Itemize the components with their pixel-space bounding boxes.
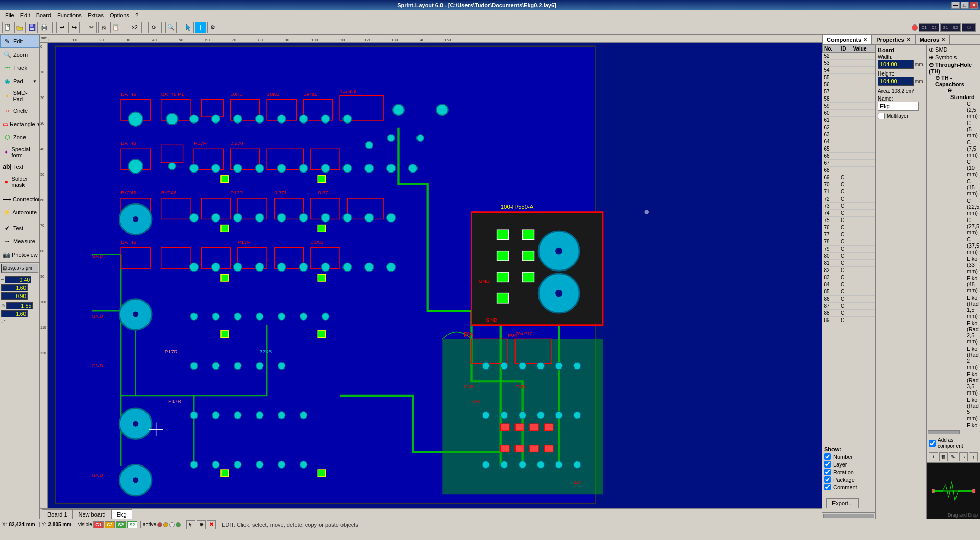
table-row[interactable]: 81C — [823, 260, 875, 267]
macro-through-hole-label[interactable]: ⊖ Through-Hole (TH) — [929, 62, 978, 75]
add-as-component-check[interactable] — [929, 440, 936, 447]
track-width-2[interactable] — [1, 284, 28, 291]
open-button[interactable] — [14, 22, 26, 33]
layer-c1-btn[interactable]: C1 — [93, 521, 104, 528]
macro-smd[interactable]: ⊕ SMD — [928, 46, 979, 54]
layer-s2-outline-btn[interactable]: S2 — [127, 521, 137, 528]
menu-edit[interactable]: Edit — [17, 11, 33, 19]
tab-macros[interactable]: Macros ✕ — [915, 35, 950, 44]
maximize-button[interactable]: □ — [961, 2, 969, 9]
table-row[interactable]: 65 — [823, 145, 875, 153]
tab-components[interactable]: Components ✕ — [822, 35, 872, 44]
tool-photoview[interactable]: 📷 Photoview — [0, 248, 39, 261]
copy-button[interactable]: ⎘ — [98, 22, 109, 33]
cursor-tool[interactable] — [183, 22, 194, 33]
export-button[interactable]: Export... — [826, 498, 859, 508]
macro-c-2-5[interactable]: C (2,5 mm) — [966, 100, 978, 119]
macro-c-10[interactable]: C (10 mm) — [966, 158, 978, 178]
track-width-3[interactable] — [1, 292, 28, 300]
table-row[interactable]: 66 — [823, 153, 875, 160]
table-row[interactable]: 71C — [823, 188, 875, 195]
table-row[interactable]: 63 — [823, 131, 875, 138]
tab-properties[interactable]: Properties ✕ — [872, 35, 915, 44]
macro-add-btn[interactable]: + — [929, 452, 938, 461]
macro-elko-rad-7-5[interactable]: Elko (Rad 7,5 mm) — [966, 422, 978, 429]
paste-button[interactable]: 📋 — [110, 22, 121, 33]
macro-elko-33[interactable]: Elko (33 mm) — [966, 255, 978, 275]
cut-button[interactable]: ✂ — [86, 22, 97, 33]
table-row[interactable]: 73C — [823, 203, 875, 210]
refresh-button[interactable]: ⟳ — [148, 22, 159, 33]
active-circle-1[interactable] — [157, 522, 162, 527]
table-row[interactable]: 72C — [823, 195, 875, 203]
macros-tab-close[interactable]: ✕ — [941, 37, 945, 42]
undo-button[interactable]: ↩ — [56, 22, 67, 33]
macro-elko-48[interactable]: Elko (48 mm) — [966, 275, 978, 294]
macro-elko-rad-2-5[interactable]: Elko (Rad 2,5 mm) — [966, 320, 978, 345]
tool-edit[interactable]: ✎ Edit — [0, 35, 39, 48]
horiz-scrollbar[interactable] — [822, 512, 875, 519]
pcb-canvas[interactable]: BAT46 BAT46 P1 10KB 10KB 1e4a6 14e4k6 BA… — [48, 43, 822, 508]
tool-autoroute[interactable]: ⚡ Autoroute — [0, 206, 39, 219]
table-row[interactable]: 75C — [823, 217, 875, 224]
components-table-scroll[interactable]: No. ID Value 525354555657585960616263646… — [822, 45, 875, 444]
tool-circle[interactable]: ○ Circle — [0, 104, 39, 117]
table-row[interactable]: 79C — [823, 246, 875, 253]
macro-c-7-5[interactable]: C (7,5 mm) — [966, 139, 978, 158]
tool-smd-pad[interactable]: ▪ SMD-Pad — [0, 88, 39, 104]
menu-options[interactable]: Options — [107, 11, 132, 19]
board-width-input[interactable] — [878, 60, 914, 69]
table-row[interactable]: 60 — [823, 110, 875, 117]
print-button[interactable] — [39, 22, 50, 33]
table-row[interactable]: 61 — [823, 117, 875, 124]
show-package-check[interactable] — [824, 476, 831, 483]
macro-arrow-btn[interactable]: → — [959, 452, 968, 461]
show-rotation-check[interactable] — [824, 469, 831, 475]
macro-elko-rad-3-5[interactable]: Elko (Rad 3,5 mm) — [966, 371, 978, 396]
macro-tree[interactable]: ⊕ SMD ⊕ Symbols ⊖ Through-Hole (TH) ⊖ TH… — [927, 45, 980, 429]
table-row[interactable]: 69C — [823, 174, 875, 181]
board-name-input[interactable] — [878, 102, 919, 111]
table-row[interactable]: 68 — [823, 167, 875, 174]
status-cursor-btn[interactable] — [186, 520, 195, 529]
macro-delete-btn[interactable]: 🗑 — [939, 452, 948, 461]
table-row[interactable]: 83C — [823, 274, 875, 281]
menu-file[interactable]: File — [2, 11, 17, 19]
macro-c-22-5[interactable]: C (22,5 mm) — [966, 197, 978, 216]
tool-special-form[interactable]: ✦ Special form — [0, 144, 39, 160]
table-row[interactable]: 62 — [823, 124, 875, 131]
multilayer-check[interactable] — [878, 113, 885, 119]
table-row[interactable]: 87C — [823, 303, 875, 310]
show-comment-check[interactable] — [824, 484, 831, 490]
tool-track[interactable]: 〜 Track — [0, 61, 39, 75]
macro-edit-btn[interactable]: ✎ — [949, 452, 958, 461]
macro-c-37-5[interactable]: C (37,5 mm) — [966, 236, 978, 255]
active-circle-3[interactable] — [169, 522, 175, 527]
table-row[interactable]: 88C — [823, 310, 875, 317]
minimize-button[interactable]: — — [951, 2, 960, 9]
menu-extras[interactable]: Extras — [85, 11, 107, 19]
table-row[interactable]: 85C — [823, 288, 875, 296]
table-row[interactable]: 86C — [823, 296, 875, 303]
table-row[interactable]: 77C — [823, 231, 875, 238]
table-row[interactable]: 64 — [823, 138, 875, 145]
tab-ekg[interactable]: Ekg — [111, 509, 132, 519]
table-row[interactable]: 76C — [823, 224, 875, 231]
table-row[interactable]: 67 — [823, 160, 875, 167]
tool-text[interactable]: ab| Text — [0, 160, 39, 174]
table-row[interactable]: 84C — [823, 281, 875, 288]
table-row[interactable]: 82C — [823, 267, 875, 274]
layer-s2-btn[interactable]: S2 — [116, 521, 126, 528]
macro-symbols[interactable]: ⊕ Symbols — [928, 54, 979, 61]
pad-size-1[interactable] — [6, 302, 33, 309]
zoom-in-button[interactable]: 🔍 — [165, 22, 177, 33]
table-row[interactable]: 89C — [823, 317, 875, 324]
track-width-1[interactable] — [5, 276, 31, 283]
table-row[interactable]: 80C — [823, 253, 875, 260]
macro-elko-rad-5[interactable]: Elko (Rad 5 mm) — [966, 396, 978, 422]
macro-c-5[interactable]: C (5 mm) — [966, 119, 978, 139]
tool-pad[interactable]: ◉ Pad ▼ — [0, 75, 39, 88]
tool-connections[interactable]: ⟶ Connections — [0, 192, 39, 206]
tool-rectangle[interactable]: ▭ Rectangle ▼ — [0, 117, 39, 131]
x2-button[interactable]: ×2 — [128, 22, 142, 33]
